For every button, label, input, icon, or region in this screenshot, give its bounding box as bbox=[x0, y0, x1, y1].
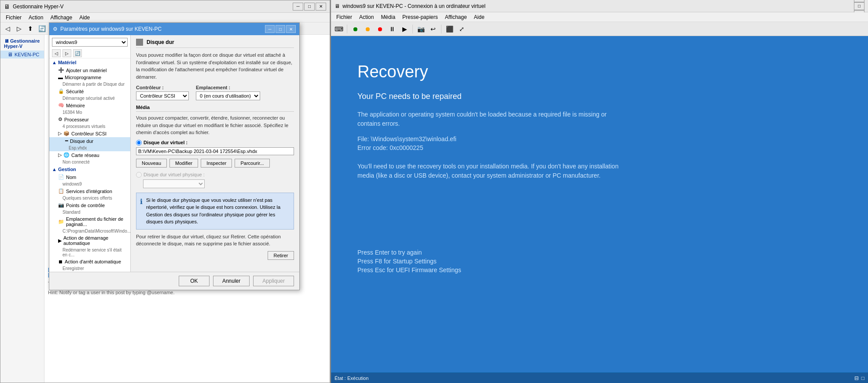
vm-toolbar-checkpoint[interactable]: 📷 bbox=[416, 24, 426, 34]
vm-titlebar: 🖥 windows9 sur KEVEN-PC - Connexion à un… bbox=[331, 0, 868, 12]
tree-next-btn[interactable]: ▷ bbox=[63, 49, 71, 57]
tree-services[interactable]: 📋 Services d'intégration bbox=[49, 187, 130, 195]
emplacement-label: Emplacement : bbox=[196, 85, 260, 90]
physique-select bbox=[143, 179, 205, 188]
tree-disque-dur-sub: Esp.vhdx bbox=[49, 145, 130, 151]
media-info-text: Vous pouvez compacter, convertir, étendr… bbox=[136, 114, 294, 136]
tree-processeur[interactable]: ⚙ Processeur bbox=[49, 116, 130, 123]
hyperv-menu-action[interactable]: Action bbox=[25, 14, 47, 22]
vm-toolbar-ctrl-alt-del[interactable]: ⌨ bbox=[334, 24, 344, 34]
disque-virtuel-radio[interactable] bbox=[136, 140, 142, 146]
tree-gestion-category[interactable]: ▲ Gestion bbox=[49, 165, 130, 173]
tree-carte-reseau[interactable]: ▷ 🌐 Carte réseau bbox=[49, 151, 130, 159]
vm-menu-action[interactable]: Action bbox=[356, 13, 377, 21]
tree-expand-icon: ▷ bbox=[58, 152, 62, 158]
info-box-text: Si le disque dur physique que vous voule… bbox=[146, 197, 290, 226]
vm-menu-presse[interactable]: Presse-papiers bbox=[399, 13, 441, 21]
hyperv-menu-aide[interactable]: Aide bbox=[76, 14, 93, 22]
hyperv-menu-affichage[interactable]: Affichage bbox=[47, 14, 76, 22]
sidebar-manager-label: 🖥 Gestionnaire Hyper-V bbox=[0, 36, 44, 51]
tree-securite[interactable]: 🔒 Sécurité bbox=[49, 88, 130, 95]
info-box: ℹ Si le disque dur physique que vous vou… bbox=[136, 193, 294, 230]
vm-status-area: État : Exécution bbox=[335, 375, 368, 381]
disque-virtuel-radio-row: Disque dur virtuel : bbox=[136, 140, 294, 146]
nouveau-btn[interactable]: Nouveau bbox=[136, 159, 167, 168]
toolbar-forward-btn[interactable]: ▷ bbox=[14, 24, 24, 33]
remove-info-text: Pour retirer le disque dur virtuel, cliq… bbox=[136, 233, 294, 248]
recovery-file: File: \Windows\system32\winload.efi bbox=[357, 135, 842, 142]
vm-select[interactable]: windows9 bbox=[52, 38, 128, 47]
hyperv-minimize-btn[interactable]: ─ bbox=[293, 3, 303, 11]
tree-disque-dur[interactable]: ━ Disque dur bbox=[49, 137, 130, 145]
inspecter-btn[interactable]: Inspecter bbox=[201, 159, 232, 168]
tree-action-arret[interactable]: ⏹ Action d'arrêt automatique bbox=[49, 258, 130, 265]
recovery-action1: Press Enter to try again bbox=[357, 249, 842, 256]
hyperv-app-icon: 🖥 bbox=[4, 3, 10, 10]
hyperv-sidebar: 🖥 Gestionnaire Hyper-V 🖥 KEVEN-PC bbox=[0, 35, 44, 383]
modifier-btn[interactable]: Modifier bbox=[169, 159, 198, 168]
tree-points[interactable]: 📷 Points de contrôle bbox=[49, 201, 130, 209]
dialog-close-btn[interactable]: ✕ bbox=[286, 25, 296, 33]
vm-window: 🖥 windows9 sur KEVEN-PC - Connexion à un… bbox=[330, 0, 868, 383]
tree-prev-btn[interactable]: ◁ bbox=[52, 49, 61, 57]
dialog-win-controls: ─ □ ✕ bbox=[265, 25, 296, 33]
tree-micro-icon: ▬ bbox=[58, 75, 63, 80]
tree-microprogramme[interactable]: ▬ Microprogramme bbox=[49, 74, 130, 81]
hyperv-maximize-btn[interactable]: □ bbox=[304, 3, 315, 11]
recovery-actions: Press Enter to try again Press F8 for St… bbox=[357, 249, 842, 275]
tree-scsi-icon: 📦 bbox=[63, 131, 70, 136]
vm-maximize-btn[interactable]: □ bbox=[854, 2, 864, 10]
tree-points-sub: Standard bbox=[49, 209, 130, 215]
tree-gestion-icon: ▲ bbox=[52, 167, 57, 172]
toolbar-back-btn[interactable]: ◁ bbox=[2, 24, 13, 33]
tree-vm-dropdown[interactable]: windows9 bbox=[52, 38, 128, 47]
hyperv-menu-fichier[interactable]: Fichier bbox=[2, 14, 25, 22]
toolbar-refresh-btn[interactable]: 🔄 bbox=[37, 24, 47, 33]
vm-toolbar-pause[interactable]: ⏺ bbox=[362, 24, 373, 34]
vm-menu-fichier[interactable]: Fichier bbox=[333, 13, 356, 21]
hyperv-close-btn[interactable]: ✕ bbox=[316, 3, 326, 11]
vm-toolbar-restore[interactable]: ↩ bbox=[428, 24, 438, 34]
vm-toolbar-play[interactable]: ▶ bbox=[399, 24, 410, 34]
tree-securite-icon: 🔒 bbox=[58, 88, 64, 94]
appliquer-btn[interactable]: Appliquer bbox=[253, 276, 294, 286]
vm-toolbar-reset[interactable]: ⏸ bbox=[387, 24, 397, 34]
vm-menu-aide[interactable]: Aide bbox=[471, 13, 488, 21]
parcourir-btn[interactable]: Parcourir... bbox=[235, 159, 269, 168]
ok-btn[interactable]: OK bbox=[179, 276, 210, 286]
tree-memoire[interactable]: 🧠 Mémoire bbox=[49, 102, 130, 109]
tree-nom[interactable]: 📄 Nom bbox=[49, 173, 130, 181]
dialog-body: windows9 ◁ ▷ 🔄 ▲ Matériel ➕ Ajouter un m… bbox=[49, 35, 299, 272]
tree-materiel-category[interactable]: ▲ Matériel bbox=[49, 58, 130, 66]
tree-action-demarrage[interactable]: ▶ Action de démarrage automatique bbox=[49, 234, 130, 247]
toolbar-up-btn[interactable]: ⬆ bbox=[25, 24, 36, 33]
annuler-btn[interactable]: Annuler bbox=[213, 276, 250, 286]
vm-toolbar: ⌨ ⏺ ⏺ ⏺ ⏸ ▶ 📷 ↩ ⬛ ⤢ bbox=[331, 22, 868, 36]
dialog-title-text: Paramètres pour windows9 sur KEVEN-PC bbox=[60, 26, 265, 32]
dialog-maximize-btn[interactable]: □ bbox=[276, 25, 285, 33]
hyperv-menubar: Fichier Action Affichage Aide bbox=[0, 13, 330, 22]
tree-emplacement[interactable]: 📁 Emplacement du fichier de paginati... bbox=[49, 215, 130, 228]
vm-menu-affichage[interactable]: Affichage bbox=[441, 13, 471, 21]
path-input[interactable] bbox=[136, 147, 294, 155]
tree-ajouter-materiel[interactable]: ➕ Ajouter un matériel bbox=[49, 66, 130, 74]
tree-refresh-btn[interactable]: 🔄 bbox=[73, 49, 82, 57]
vm-toolbar-enhanced[interactable]: ⬛ bbox=[444, 24, 455, 34]
media-header: Média bbox=[136, 105, 294, 112]
tree-microprogramme-sub: Démarrer à partir de Disque dur bbox=[49, 81, 130, 88]
tree-network-icon: 🌐 bbox=[63, 152, 70, 158]
vm-toolbar-start[interactable]: ⏺ bbox=[350, 24, 360, 34]
vm-toolbar-stop[interactable]: ⏺ bbox=[375, 24, 385, 34]
dialog-minimize-btn[interactable]: ─ bbox=[265, 25, 275, 33]
sidebar-server-icon: 🖥 bbox=[7, 51, 13, 58]
vm-toolbar-fullscreen[interactable]: ⤢ bbox=[456, 24, 467, 34]
vm-title-icon: 🖥 bbox=[335, 3, 340, 9]
vm-menu-media[interactable]: Média bbox=[377, 13, 399, 21]
tree-controleur-scsi[interactable]: ▷ 📦 Contrôleur SCSI bbox=[49, 130, 130, 137]
emplacement-select[interactable]: 0 (en cours d'utilisation) bbox=[196, 91, 260, 100]
retirer-btn[interactable]: Retirer bbox=[268, 251, 294, 260]
controleur-select[interactable]: Contrôleur SCSI bbox=[136, 91, 189, 100]
physique-select-row bbox=[136, 179, 294, 188]
dialog-right-panel: Disque dur Vous pouvez modifier la façon… bbox=[131, 35, 299, 272]
sidebar-item-server[interactable]: 🖥 KEVEN-PC bbox=[0, 51, 44, 58]
